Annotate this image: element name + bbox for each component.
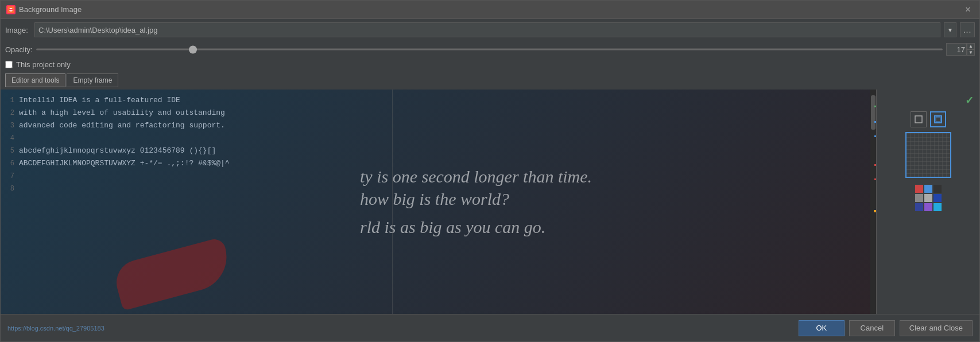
line-number-1: 1 xyxy=(3,94,19,107)
line-code-2: with a high level of usability and outst… xyxy=(19,107,225,119)
opacity-label: Opacity: xyxy=(5,45,33,54)
color-swatches-area xyxy=(915,185,942,211)
scroll-mark-green xyxy=(874,106,876,107)
code-line-8: 8 xyxy=(1,182,870,195)
swatch-red[interactable] xyxy=(915,185,923,193)
pattern-preview xyxy=(905,132,951,178)
scroll-thumb xyxy=(871,95,876,130)
line-number-4: 4 xyxy=(3,132,19,145)
tab-editor-tools[interactable]: Editor and tools xyxy=(5,73,65,87)
scroll-mark-orange xyxy=(874,210,876,212)
scroll-mark-blue2 xyxy=(874,135,876,137)
scroll-mark-red2 xyxy=(874,178,876,180)
project-only-label[interactable]: This project only xyxy=(16,60,71,69)
pattern-preview-inner xyxy=(907,133,950,177)
image-path-input[interactable] xyxy=(34,22,940,37)
preview-plain-icon-btn[interactable] xyxy=(911,111,927,127)
checkbox-row: This project only xyxy=(1,58,979,71)
opacity-spinners: ▲ ▼ xyxy=(967,43,975,56)
clear-close-button[interactable]: Clear and Close xyxy=(900,320,973,336)
ok-button[interactable]: OK xyxy=(799,320,845,336)
tabs-row: Editor and tools Empty frame xyxy=(1,71,979,90)
swatch-gray[interactable] xyxy=(915,194,923,202)
swatch-row-3 xyxy=(915,203,942,211)
editor-area: ty is one second longer than time. how b… xyxy=(1,90,870,314)
green-checkmark-icon: ✓ xyxy=(965,94,974,107)
svg-rect-4 xyxy=(915,116,922,123)
swatch-row-2 xyxy=(915,194,942,202)
line-code-3: advanced code editing and refactoring su… xyxy=(19,119,225,132)
editor-scrollbar[interactable] xyxy=(870,90,876,314)
line-number-7: 7 xyxy=(3,170,19,182)
opacity-value-box: ▲ ▼ xyxy=(946,43,975,56)
scroll-mark-red1 xyxy=(874,164,876,166)
idea-icon xyxy=(6,5,16,14)
swatch-row-1 xyxy=(915,185,942,193)
swatch-cyan[interactable] xyxy=(933,203,942,211)
svg-rect-3 xyxy=(9,9,13,10)
scroll-mark-blue1 xyxy=(874,121,876,123)
swatch-dark-blue[interactable] xyxy=(933,194,942,202)
swatch-blue[interactable] xyxy=(924,185,932,193)
image-more-button[interactable]: ... xyxy=(960,22,975,37)
line-number-8: 8 xyxy=(3,182,19,195)
close-button[interactable]: × xyxy=(962,4,974,15)
right-panel: ✓ xyxy=(876,90,979,314)
code-line-1: 1 IntelliJ IDEA is a full-featured IDE xyxy=(1,94,870,107)
background-image-dialog: Background Image × Image: ▼ ... Opacity:… xyxy=(0,0,980,342)
editor-divider xyxy=(392,90,393,314)
project-only-checkbox[interactable] xyxy=(5,61,13,68)
opacity-slider[interactable] xyxy=(36,49,943,50)
line-number-3: 3 xyxy=(3,119,19,132)
image-label: Image: xyxy=(5,26,31,34)
line-code-5: abcdefghijklmnopqrstuvwxyz 0123456789 ()… xyxy=(19,145,216,157)
line-code-6: ABCDEFGHIJKLMNOPQRSTUVWXYZ +-*/= .,;:!? … xyxy=(19,157,230,170)
code-line-5: 5 abcdefghijklmnopqrstuvwxyz 0123456789 … xyxy=(1,145,870,157)
swatch-medium-blue[interactable] xyxy=(915,203,923,211)
line-number-6: 6 xyxy=(3,157,19,170)
opacity-spin-down[interactable]: ▼ xyxy=(967,49,975,56)
dialog-title: Background Image xyxy=(19,5,962,14)
title-bar: Background Image × xyxy=(1,1,979,19)
image-dropdown-button[interactable]: ▼ xyxy=(944,22,956,37)
swatch-light-gray[interactable] xyxy=(924,194,932,202)
main-area: ty is one second longer than time. how b… xyxy=(1,90,979,314)
code-line-3: 3 advanced code editing and refactoring … xyxy=(1,119,870,132)
line-number-5: 5 xyxy=(3,145,19,157)
code-line-7: 7 xyxy=(1,170,870,182)
svg-rect-6 xyxy=(936,117,940,122)
code-content: 1 IntelliJ IDEA is a full-featured IDE 2… xyxy=(1,90,870,314)
preview-icons-row xyxy=(880,111,976,127)
footer: https://blog.csdn.net/qq_27905183 OK Can… xyxy=(1,314,979,341)
line-number-2: 2 xyxy=(3,107,19,119)
line-code-1: IntelliJ IDEA is a full-featured IDE xyxy=(19,94,180,107)
code-line-6: 6 ABCDEFGHIJKLMNOPQRSTUVWXYZ +-*/= .,;:!… xyxy=(1,157,870,170)
check-row: ✓ xyxy=(880,94,976,107)
image-row: Image: ▼ ... xyxy=(1,19,979,41)
footer-url: https://blog.csdn.net/qq_27905183 xyxy=(7,325,104,332)
tab-empty-frame[interactable]: Empty frame xyxy=(67,73,118,87)
code-line-4: 4 xyxy=(1,132,870,145)
dialog-content: Image: ▼ ... Opacity: ▲ ▼ This project o… xyxy=(1,19,979,314)
opacity-row: Opacity: ▲ ▼ xyxy=(1,41,979,58)
cancel-button[interactable]: Cancel xyxy=(849,320,895,336)
swatch-purple[interactable] xyxy=(924,203,932,211)
code-line-2: 2 with a high level of usability and out… xyxy=(1,107,870,119)
swatch-dark[interactable] xyxy=(933,185,942,193)
opacity-slider-container xyxy=(36,44,943,55)
opacity-spin-up[interactable]: ▲ xyxy=(967,43,975,49)
preview-pattern-icon-btn[interactable] xyxy=(930,111,946,127)
opacity-value-input[interactable] xyxy=(946,43,967,56)
